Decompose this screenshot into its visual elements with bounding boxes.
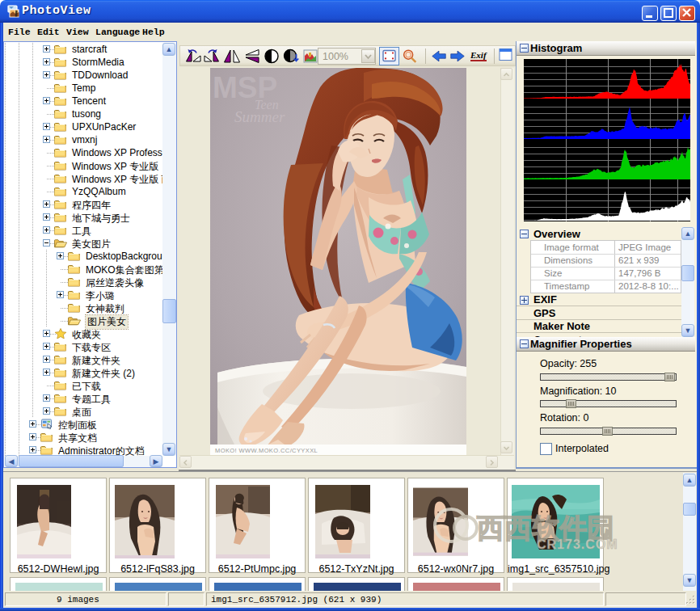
svg-text:MOKO! WWW.MOKO.CC/CYYXXL: MOKO! WWW.MOKO.CC/CYYXXL [215,447,318,454]
svg-text:Summer: Summer [234,108,285,125]
